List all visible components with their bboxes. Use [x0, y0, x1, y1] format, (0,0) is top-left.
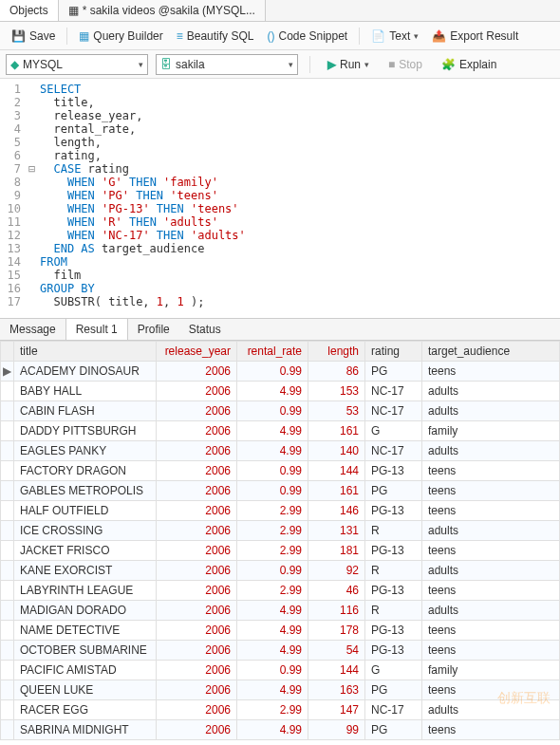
- cell-title[interactable]: QUEEN LUKE: [14, 680, 157, 700]
- cell-length[interactable]: 99: [308, 720, 365, 740]
- cell-rating[interactable]: NC-17: [365, 441, 422, 461]
- cell-target-audience[interactable]: adults: [422, 601, 560, 621]
- cell-rental-rate[interactable]: 4.99: [237, 720, 308, 740]
- cell-rental-rate[interactable]: 4.99: [237, 441, 308, 461]
- cell-length[interactable]: 144: [308, 661, 365, 680]
- code-line[interactable]: 2 title,: [0, 96, 560, 109]
- cell-target-audience[interactable]: adults: [422, 401, 560, 421]
- cell-release-year[interactable]: 2006: [157, 501, 237, 521]
- cell-rental-rate[interactable]: 4.99: [237, 382, 308, 401]
- code-line[interactable]: 8 WHEN 'G' THEN 'family': [0, 176, 560, 189]
- tab-objects[interactable]: Objects: [0, 0, 59, 21]
- cell-length[interactable]: 161: [308, 481, 365, 501]
- code-line[interactable]: 11 WHEN 'R' THEN 'adults': [0, 215, 560, 229]
- code-line[interactable]: 4 rental_rate,: [0, 122, 560, 136]
- cell-title[interactable]: RACER EGG: [14, 700, 157, 720]
- cell-title[interactable]: PACIFIC AMISTAD: [14, 661, 157, 680]
- code-line[interactable]: 9 WHEN 'PG' THEN 'teens': [0, 189, 560, 202]
- column-header[interactable]: target_audience: [422, 342, 560, 362]
- cell-rental-rate[interactable]: 4.99: [237, 421, 308, 441]
- code-line[interactable]: 5 length,: [0, 136, 560, 149]
- code-line[interactable]: 15 film: [0, 269, 560, 282]
- cell-rental-rate[interactable]: 4.99: [237, 601, 308, 621]
- cell-rating[interactable]: NC-17: [365, 382, 422, 401]
- tab-result[interactable]: Result 1: [65, 319, 128, 340]
- table-row[interactable]: SABRINA MIDNIGHT 2006 4.99 99 PG teens: [1, 720, 560, 740]
- cell-length[interactable]: 146: [308, 501, 365, 521]
- cell-length[interactable]: 144: [308, 461, 365, 481]
- cell-rating[interactable]: G: [365, 421, 422, 441]
- cell-rental-rate[interactable]: 4.99: [237, 621, 308, 641]
- cell-title[interactable]: EAGLES PANKY: [14, 441, 157, 461]
- cell-rental-rate[interactable]: 2.99: [237, 700, 308, 720]
- cell-length[interactable]: 53: [308, 401, 365, 421]
- cell-length[interactable]: 163: [308, 680, 365, 700]
- cell-release-year[interactable]: 2006: [157, 362, 237, 382]
- code-line[interactable]: 10 WHEN 'PG-13' THEN 'teens': [0, 202, 560, 215]
- cell-length[interactable]: 54: [308, 641, 365, 661]
- export-button[interactable]: 📤Export Result: [426, 27, 524, 46]
- column-header[interactable]: rental_rate: [237, 342, 308, 362]
- cell-target-audience[interactable]: teens: [422, 581, 560, 601]
- code-line[interactable]: 17 SUBSTR( title, 1, 1 );: [0, 295, 560, 308]
- code-line[interactable]: 7⊟ CASE rating: [0, 162, 560, 176]
- save-button[interactable]: 💾Save: [6, 27, 61, 46]
- cell-length[interactable]: 147: [308, 700, 365, 720]
- cell-rating[interactable]: G: [365, 661, 422, 680]
- cell-rating[interactable]: PG: [365, 362, 422, 382]
- table-row[interactable]: LABYRINTH LEAGUE 2006 2.99 46 PG-13 teen…: [1, 581, 560, 601]
- code-line[interactable]: 6 rating,: [0, 149, 560, 162]
- cell-release-year[interactable]: 2006: [157, 561, 237, 581]
- cell-title[interactable]: BABY HALL: [14, 382, 157, 401]
- code-line[interactable]: 16GROUP BY: [0, 282, 560, 295]
- table-row[interactable]: CABIN FLASH 2006 0.99 53 NC-17 adults: [1, 401, 560, 421]
- cell-target-audience[interactable]: teens: [422, 680, 560, 700]
- cell-release-year[interactable]: 2006: [157, 581, 237, 601]
- cell-target-audience[interactable]: teens: [422, 621, 560, 641]
- cell-rating[interactable]: PG-13: [365, 501, 422, 521]
- cell-title[interactable]: JACKET FRISCO: [14, 541, 157, 561]
- cell-rating[interactable]: PG: [365, 481, 422, 501]
- table-row[interactable]: ICE CROSSING 2006 2.99 131 R adults: [1, 521, 560, 541]
- table-row[interactable]: HALF OUTFIELD 2006 2.99 146 PG-13 teens: [1, 501, 560, 521]
- cell-rating[interactable]: PG-13: [365, 581, 422, 601]
- table-row[interactable]: BABY HALL 2006 4.99 153 NC-17 adults: [1, 382, 560, 401]
- text-button[interactable]: 📄Text▾: [365, 27, 424, 46]
- fold-icon[interactable]: ⊟: [28, 162, 40, 176]
- cell-release-year[interactable]: 2006: [157, 441, 237, 461]
- table-row[interactable]: RACER EGG 2006 2.99 147 NC-17 adults: [1, 700, 560, 720]
- table-row[interactable]: GABLES METROPOLIS 2006 0.99 161 PG teens: [1, 481, 560, 501]
- beautify-button[interactable]: ≡Beautify SQL: [171, 27, 260, 46]
- column-header[interactable]: title: [14, 342, 157, 362]
- cell-release-year[interactable]: 2006: [157, 621, 237, 641]
- cell-title[interactable]: ICE CROSSING: [14, 521, 157, 541]
- engine-dropdown[interactable]: ◆MYSQL ▾: [6, 54, 148, 75]
- cell-target-audience[interactable]: adults: [422, 700, 560, 720]
- table-row[interactable]: PACIFIC AMISTAD 2006 0.99 144 G family: [1, 661, 560, 680]
- column-header[interactable]: length: [308, 342, 365, 362]
- cell-rental-rate[interactable]: 0.99: [237, 561, 308, 581]
- table-row[interactable]: ▶ ACADEMY DINOSAUR 2006 0.99 86 PG teens: [1, 362, 560, 382]
- cell-target-audience[interactable]: teens: [422, 641, 560, 661]
- cell-rental-rate[interactable]: 0.99: [237, 401, 308, 421]
- cell-length[interactable]: 92: [308, 561, 365, 581]
- table-row[interactable]: FACTORY DRAGON 2006 0.99 144 PG-13 teens: [1, 461, 560, 481]
- cell-rating[interactable]: PG-13: [365, 641, 422, 661]
- table-row[interactable]: MADIGAN DORADO 2006 4.99 116 R adults: [1, 601, 560, 621]
- cell-rental-rate[interactable]: 4.99: [237, 641, 308, 661]
- cell-title[interactable]: LABYRINTH LEAGUE: [14, 581, 157, 601]
- cell-target-audience[interactable]: adults: [422, 521, 560, 541]
- cell-title[interactable]: DADDY PITTSBURGH: [14, 421, 157, 441]
- cell-title[interactable]: MADIGAN DORADO: [14, 601, 157, 621]
- cell-target-audience[interactable]: family: [422, 661, 560, 680]
- schema-dropdown[interactable]: 🗄sakila ▾: [156, 54, 298, 75]
- cell-rental-rate[interactable]: 0.99: [237, 481, 308, 501]
- column-header[interactable]: release_year: [157, 342, 237, 362]
- code-line[interactable]: 12 WHEN 'NC-17' THEN 'adults': [0, 229, 560, 242]
- cell-rating[interactable]: NC-17: [365, 401, 422, 421]
- cell-release-year[interactable]: 2006: [157, 700, 237, 720]
- cell-rating[interactable]: PG-13: [365, 621, 422, 641]
- cell-release-year[interactable]: 2006: [157, 461, 237, 481]
- cell-rental-rate[interactable]: 4.99: [237, 680, 308, 700]
- cell-length[interactable]: 161: [308, 421, 365, 441]
